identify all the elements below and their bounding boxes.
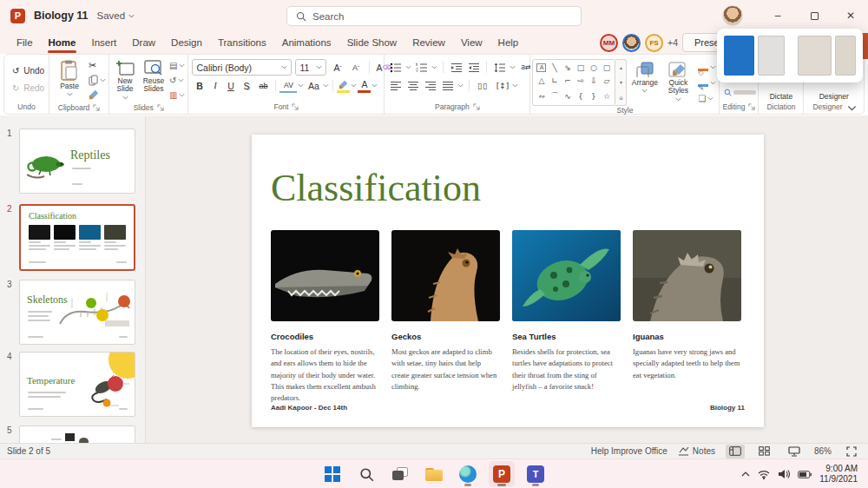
minimize-button[interactable]: – <box>760 1 795 30</box>
arc-shape-icon[interactable]: ⌒ <box>548 88 561 104</box>
tab-design[interactable]: Design <box>163 33 210 52</box>
parallelogram-shape-icon[interactable]: ▱ <box>600 75 613 89</box>
card-iguanas[interactable]: Iguanas Iguanas have very strong jaws an… <box>633 230 741 405</box>
shape-effects-button[interactable]: ❏ <box>698 92 716 104</box>
arrange-button[interactable]: Arrange <box>630 59 659 93</box>
tab-file[interactable]: File <box>9 33 41 52</box>
right-arrow-shape-icon[interactable]: ⇨ <box>574 75 587 89</box>
reuse-slides-button[interactable]: Reuse Slides <box>139 57 168 94</box>
variant-swatch-blue[interactable] <box>724 36 754 76</box>
numbering-button[interactable] <box>414 60 429 75</box>
quick-styles-button[interactable]: Quick Styles <box>662 59 694 102</box>
align-right-button[interactable] <box>423 78 437 93</box>
increase-font-size-button[interactable]: Aˆ <box>330 60 345 75</box>
cut-button[interactable]: ✂ <box>89 59 106 71</box>
teams-button[interactable]: T <box>523 461 549 487</box>
collaborator-avatar-mm[interactable]: MM <box>600 34 618 52</box>
sea-turtle-image[interactable] <box>512 230 621 321</box>
paste-button[interactable]: Paste <box>51 57 88 96</box>
volume-icon[interactable] <box>778 469 790 479</box>
slide-4-thumbnail[interactable]: Temperature <box>19 352 135 417</box>
text-box-shape-icon[interactable]: A <box>536 63 546 72</box>
zoom-level-button[interactable]: 86% <box>814 446 832 456</box>
right-brace-shape-icon[interactable]: } <box>587 88 600 104</box>
decrease-indent-button[interactable] <box>449 60 464 75</box>
slide-footer-course[interactable]: Biology 11 <box>710 404 745 412</box>
decrease-font-size-button[interactable]: Aˇ <box>348 60 363 75</box>
line-shape-icon[interactable]: ╲ <box>548 61 561 75</box>
autosave-status-dropdown[interactable]: Saved <box>97 10 135 21</box>
tab-slide-show[interactable]: Slide Show <box>339 33 405 52</box>
collaborator-avatar-fs[interactable]: FS <box>645 34 663 52</box>
scribble-shape-icon[interactable]: ∾ <box>535 88 548 104</box>
shape-fill-button[interactable]: ◇ <box>698 61 716 73</box>
line-spacing-button[interactable] <box>492 60 507 75</box>
slide-sorter-view-button[interactable] <box>755 445 774 458</box>
dialog-launcher-icon[interactable] <box>157 104 164 111</box>
card-title[interactable]: Sea Turtles <box>512 332 621 341</box>
crocodile-image[interactable] <box>271 230 379 321</box>
card-crocodiles[interactable]: Crocodiles The location of their eyes, n… <box>271 230 379 405</box>
slide-2-thumbnail-selected[interactable]: Classification <box>19 204 135 271</box>
font-color-button[interactable]: A <box>358 78 371 93</box>
format-painter-button[interactable] <box>89 89 106 101</box>
text-shadow-button[interactable]: S <box>239 78 253 93</box>
undo-button[interactable]: ↺ Undo <box>10 63 46 78</box>
oval-shape-icon[interactable]: ○ <box>587 61 600 75</box>
down-arrow-shape-icon[interactable]: ⇩ <box>587 75 600 89</box>
curve-shape-icon[interactable]: ∿ <box>561 88 574 104</box>
tab-view[interactable]: View <box>453 33 490 52</box>
strikethrough-button[interactable]: ab <box>254 78 272 93</box>
shape-outline-button[interactable]: ✎ <box>698 76 716 89</box>
font-size-combo[interactable]: 11 <box>295 59 326 76</box>
increase-indent-button[interactable] <box>466 60 481 75</box>
tab-animations[interactable]: Animations <box>274 33 339 52</box>
file-explorer-button[interactable] <box>421 461 447 487</box>
collaborator-overflow-count[interactable]: +4 <box>667 37 678 48</box>
tab-home[interactable]: Home <box>41 33 84 52</box>
edge-browser-button[interactable] <box>455 461 481 487</box>
layout-button[interactable]: ▤ <box>169 59 185 71</box>
underline-button[interactable]: U <box>223 78 238 93</box>
maximize-button[interactable] <box>797 1 832 30</box>
close-button[interactable]: ✕ <box>833 1 868 30</box>
card-body[interactable]: Besides shells for protection, sea turtl… <box>512 346 621 392</box>
dialog-launcher-icon[interactable] <box>748 103 755 110</box>
copy-button[interactable] <box>89 74 106 86</box>
scroll-up-icon[interactable]: ▴ <box>620 64 622 70</box>
tab-draw[interactable]: Draw <box>124 33 163 52</box>
rectangle-shape-icon[interactable]: □ <box>574 61 587 75</box>
tab-help[interactable]: Help <box>490 33 527 52</box>
card-geckos[interactable]: Geckos Most geckos are adapted to climb … <box>391 230 500 405</box>
scroll-down-icon[interactable]: ▾ <box>620 79 622 85</box>
editing-partial-buttons[interactable] <box>724 86 756 98</box>
card-sea-turtles[interactable]: Sea Turtles Besides shells for protectio… <box>512 230 621 405</box>
text-highlight-button[interactable] <box>337 78 350 93</box>
clock[interactable]: 9:00 AM 11/9/2021 <box>819 464 858 485</box>
new-slide-button[interactable]: New Slide <box>111 57 139 100</box>
align-left-button[interactable] <box>388 78 403 93</box>
slide-3-thumbnail[interactable]: Skeletons <box>19 280 135 345</box>
tab-transitions[interactable]: Transitions <box>210 33 274 52</box>
variant-swatch-tan[interactable] <box>835 36 856 76</box>
card-title[interactable]: Crocodiles <box>271 332 379 341</box>
gallery-expand-icon[interactable]: ≡ <box>619 95 623 101</box>
left-brace-shape-icon[interactable]: { <box>574 88 587 104</box>
help-improve-office-link[interactable]: Help Improve Office <box>591 446 667 456</box>
redo-button[interactable]: ↻ Redo <box>10 81 46 96</box>
dictate-button[interactable]: Dictate <box>763 93 799 101</box>
fit-slide-button[interactable] <box>842 445 861 458</box>
gecko-image[interactable] <box>391 230 500 321</box>
powerpoint-taskbar-button[interactable]: P <box>489 461 515 487</box>
elbow-connector-shape-icon[interactable]: ∟ <box>548 75 561 89</box>
collapse-ribbon-icon[interactable] <box>847 105 857 111</box>
change-case-button[interactable]: Aa <box>305 78 322 93</box>
tray-expand-icon[interactable] <box>741 472 750 477</box>
notes-button[interactable]: Notes <box>678 446 715 456</box>
designer-button[interactable]: Designer <box>812 93 856 101</box>
arrow-line-shape-icon[interactable]: ⇘ <box>561 61 574 75</box>
search-input[interactable]: Search <box>286 6 582 26</box>
bold-button[interactable]: B <box>192 78 207 93</box>
bullets-button[interactable] <box>388 60 403 75</box>
dialog-launcher-icon[interactable] <box>292 103 299 110</box>
